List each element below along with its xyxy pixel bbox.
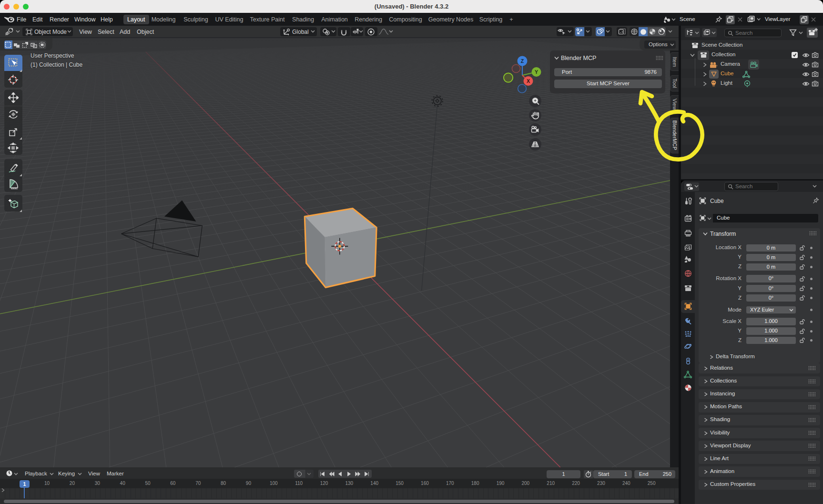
svg-text:Z: Z [521, 58, 524, 64]
svg-text:X: X [527, 78, 530, 84]
svg-text:Y: Y [535, 69, 538, 75]
